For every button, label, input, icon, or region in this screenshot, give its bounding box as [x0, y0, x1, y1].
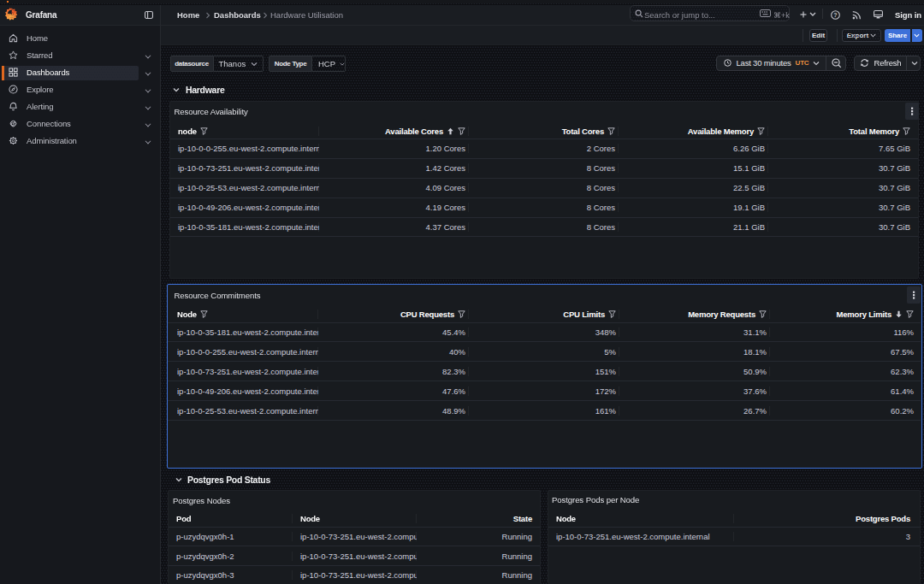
svg-text:?: ?	[833, 12, 837, 18]
